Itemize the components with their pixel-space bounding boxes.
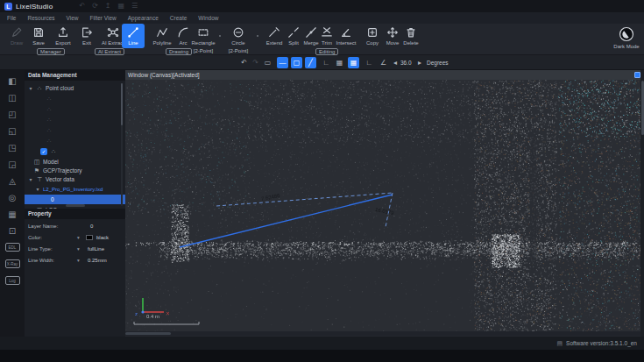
- status-bar: ▤ Software version:3.5.1.0_en: [0, 337, 644, 350]
- intersect-button[interactable]: Intersect: [331, 26, 361, 46]
- wire-cube-view-icon[interactable]: ◫: [0, 89, 25, 106]
- tree-item-point-cloud-scan[interactable]: ∴: [25, 115, 125, 124]
- delete-button[interactable]: Delete: [396, 26, 426, 46]
- export-icon: [57, 26, 69, 39]
- redo-button: ↷: [250, 57, 261, 68]
- tree-item-point-cloud-scan[interactable]: ∴: [25, 125, 125, 135]
- line-button[interactable]: Line: [122, 24, 145, 48]
- point-cloud-viewport[interactable]: [125, 80, 640, 331]
- tree-scrollbar-thumb[interactable]: [121, 83, 123, 125]
- tree-item-layer-selected[interactable]: 0: [25, 195, 125, 204]
- grid-toggle-icon[interactable]: ▦: [0, 206, 25, 223]
- apps-icon[interactable]: ▦: [118, 0, 125, 12]
- panel-drag-handle[interactable]: [66, 204, 85, 207]
- back-view-icon[interactable]: ◲: [0, 156, 25, 173]
- vertical-scrollbar[interactable]: [640, 70, 644, 337]
- menu-window[interactable]: Window: [198, 15, 218, 21]
- group-label-drawing: Drawing: [166, 48, 192, 55]
- fit-view-button[interactable]: ▭: [262, 57, 273, 68]
- point-cloud-icon: ∴: [50, 148, 57, 155]
- grid-snap-button[interactable]: ▦: [348, 57, 359, 68]
- ortho-square-button[interactable]: ▢: [291, 57, 302, 68]
- upload-icon[interactable]: ↥: [105, 0, 111, 12]
- log-toggle[interactable]: Log: [5, 276, 20, 285]
- menu-bar: File Resources View Filter View Appearan…: [0, 12, 644, 24]
- dropdown-dot[interactable]: [257, 35, 258, 37]
- angle-snap-button[interactable]: ∟: [364, 57, 375, 68]
- xray-toggle[interactable]: X-Ray: [5, 259, 20, 268]
- iso-view-icon[interactable]: ◧: [0, 73, 25, 89]
- undo-button[interactable]: ↶: [238, 57, 250, 68]
- menu-file[interactable]: File: [7, 15, 16, 21]
- rectangle-icon: [197, 26, 209, 39]
- history-icon[interactable]: ↶: [79, 0, 85, 12]
- point-cloud-icon: ∴: [36, 85, 43, 92]
- menu-resources[interactable]: Resources: [27, 15, 54, 21]
- point-cloud-icon: ∴: [46, 117, 53, 124]
- line-width-dropdown[interactable]: 0.25mm: [88, 258, 107, 263]
- tree-item-vector-data[interactable]: ▾ ⊤ Vector data: [25, 174, 125, 184]
- menu-view[interactable]: View: [67, 15, 79, 21]
- data-panel-title: Data Management: [25, 70, 125, 81]
- tree-scrollbar[interactable]: [121, 83, 123, 206]
- tree-item-point-cloud-scan[interactable]: ∴: [25, 94, 125, 103]
- flag-icon: ⚑: [33, 167, 40, 174]
- pen-icon: [11, 26, 23, 39]
- circle-2point-button[interactable]: Circle [2-Point]: [221, 26, 256, 54]
- front-view-icon[interactable]: ◱: [0, 123, 25, 139]
- canvas-tab[interactable]: Window (Canvas)[Activated]: [125, 70, 644, 80]
- node-snap-button[interactable]: ∟: [321, 57, 332, 68]
- group-label-ai-extract: AI Extract: [95, 48, 124, 55]
- angle-increase-button[interactable]: ▸: [416, 57, 423, 68]
- color-dropdown[interactable]: black: [96, 235, 109, 240]
- tree-item-vector-file[interactable]: ▾ L2_Pro_PG_Inventory.lxd: [25, 184, 125, 194]
- chevron-down-icon[interactable]: ▾: [77, 235, 80, 240]
- tree-item-point-cloud-scan[interactable]: ∴: [25, 136, 125, 146]
- line-type-dropdown[interactable]: fullLine: [88, 246, 104, 252]
- title-bar: L LixelStudio ↶ ⟳ ↥ ▦ ☰: [0, 0, 644, 12]
- chevron-down-icon[interactable]: ▾: [77, 246, 80, 252]
- chevron-down-icon[interactable]: ▾: [28, 176, 33, 182]
- exit-icon: [81, 26, 93, 39]
- dark-mode-toggle[interactable]: Dark Mode: [612, 26, 641, 50]
- grid-button[interactable]: ▦: [334, 57, 345, 68]
- circle-icon: [232, 26, 244, 39]
- tree-item-point-cloud-scan[interactable]: ∴: [25, 104, 125, 114]
- edl-toggle[interactable]: EDL: [5, 243, 20, 252]
- top-view-icon[interactable]: ◰: [0, 106, 25, 123]
- menu-create[interactable]: Create: [170, 15, 188, 21]
- angle-decrease-button[interactable]: ◂: [392, 57, 399, 68]
- ortho-dash-button[interactable]: —: [277, 57, 288, 68]
- exit-button[interactable]: Exit: [72, 26, 102, 46]
- tree-item-point-cloud[interactable]: ▾ ∴ Point cloud: [25, 83, 125, 93]
- intersect-icon: [340, 26, 352, 39]
- layout-icon[interactable]: [634, 72, 640, 78]
- chevron-down-icon[interactable]: ▾: [35, 186, 40, 192]
- sync-icon[interactable]: ⟳: [92, 0, 98, 12]
- horizontal-scrollbar[interactable]: [125, 331, 640, 336]
- menu-appearance[interactable]: Appearance: [128, 15, 159, 21]
- page-icon: ▤: [556, 340, 563, 347]
- vertical-scrollbar-thumb[interactable]: [641, 81, 644, 135]
- side-view-icon[interactable]: ◳: [0, 139, 25, 156]
- sphere-view-icon[interactable]: ◬: [0, 173, 25, 189]
- vector-icon: ⊤: [36, 176, 43, 183]
- angle-ref-button[interactable]: ∠: [378, 57, 389, 68]
- chevron-down-icon[interactable]: ▾: [77, 258, 80, 263]
- property-panel-title: Property: [25, 209, 125, 219]
- layer-name-field[interactable]: 0: [90, 224, 93, 229]
- dark-mode-icon: [619, 26, 634, 42]
- point-cloud-icon: ∴: [46, 106, 53, 113]
- fullscreen-icon[interactable]: ⊡: [0, 223, 25, 239]
- tree-item-point-cloud-checked[interactable]: ✓ ∴: [25, 146, 125, 156]
- app-logo-icon: L: [4, 3, 12, 11]
- settings-icon[interactable]: ☰: [131, 0, 138, 12]
- angle-value[interactable]: 36.0: [400, 59, 412, 67]
- orbit-view-icon[interactable]: ◎: [0, 189, 25, 206]
- menu-filter-view[interactable]: Filter View: [90, 15, 117, 21]
- software-version: Software version:3.5.1.0_en: [566, 340, 637, 346]
- checked-checkbox[interactable]: ✓: [40, 148, 47, 155]
- chevron-down-icon[interactable]: ▾: [28, 85, 33, 91]
- horizontal-scrollbar-thumb[interactable]: [125, 332, 171, 335]
- draw-mode-button[interactable]: ╱: [305, 57, 316, 68]
